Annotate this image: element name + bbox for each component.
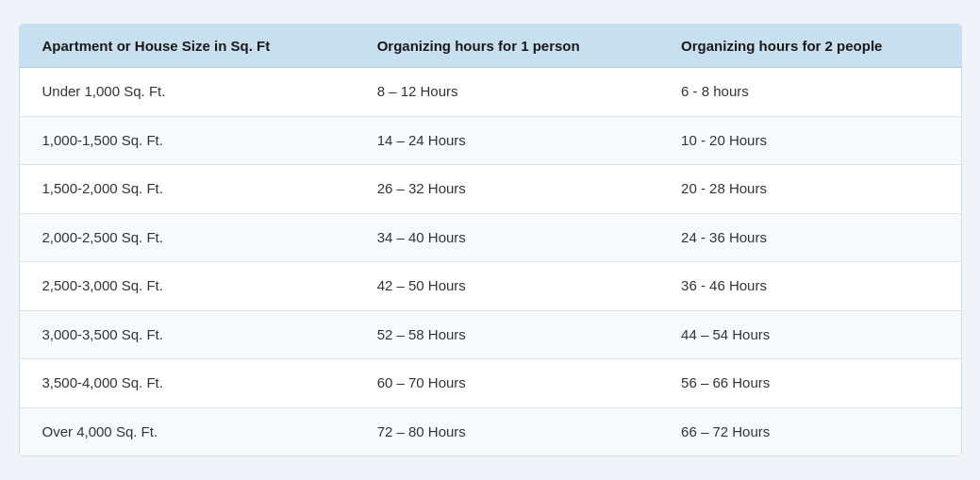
cell-hours-2people: 66 – 72 Hours xyxy=(658,407,960,455)
table-row: 3,000-3,500 Sq. Ft.52 – 58 Hours44 – 54 … xyxy=(20,310,961,359)
cell-size: 1,500-2,000 Sq. Ft. xyxy=(20,165,355,214)
cell-hours-2people: 24 - 36 Hours xyxy=(658,213,960,262)
column-header-size: Apartment or House Size in Sq. Ft xyxy=(20,25,355,68)
cell-hours-2people: 44 – 54 Hours xyxy=(658,310,960,359)
main-table-container: Apartment or House Size in Sq. Ft Organi… xyxy=(19,24,962,456)
cell-hours-2people: 20 - 28 Hours xyxy=(658,165,960,214)
table-row: Under 1,000 Sq. Ft.8 – 12 Hours6 - 8 hou… xyxy=(20,68,961,117)
cell-hours-2people: 6 - 8 hours xyxy=(658,68,960,117)
table-row: 1,000-1,500 Sq. Ft.14 – 24 Hours10 - 20 … xyxy=(20,116,961,165)
cell-hours-2people: 36 - 46 Hours xyxy=(658,262,960,311)
cell-size: 2,500-3,000 Sq. Ft. xyxy=(20,262,355,311)
cell-hours-1person: 72 – 80 Hours xyxy=(355,407,658,455)
table-row: 2,000-2,500 Sq. Ft.34 – 40 Hours24 - 36 … xyxy=(20,213,961,262)
cell-hours-1person: 52 – 58 Hours xyxy=(355,310,658,359)
table-header-row: Apartment or House Size in Sq. Ft Organi… xyxy=(20,25,961,68)
cell-size: 3,500-4,000 Sq. Ft. xyxy=(20,359,355,408)
table-row: Over 4,000 Sq. Ft.72 – 80 Hours66 – 72 H… xyxy=(20,407,961,455)
table-row: 1,500-2,000 Sq. Ft.26 – 32 Hours20 - 28 … xyxy=(20,165,961,214)
cell-hours-2people: 10 - 20 Hours xyxy=(658,116,960,165)
cell-size: 1,000-1,500 Sq. Ft. xyxy=(20,116,355,165)
cell-hours-1person: 8 – 12 Hours xyxy=(355,68,658,117)
cell-size: Over 4,000 Sq. Ft. xyxy=(20,407,355,455)
cell-hours-1person: 60 – 70 Hours xyxy=(355,359,658,408)
cell-hours-1person: 14 – 24 Hours xyxy=(355,116,658,165)
table-row: 2,500-3,000 Sq. Ft.42 – 50 Hours36 - 46 … xyxy=(20,262,961,311)
column-header-hours1: Organizing hours for 1 person xyxy=(355,25,658,68)
cell-hours-2people: 56 – 66 Hours xyxy=(658,359,960,408)
cell-size: Under 1,000 Sq. Ft. xyxy=(20,68,355,117)
cell-size: 2,000-2,500 Sq. Ft. xyxy=(20,213,355,262)
cell-hours-1person: 42 – 50 Hours xyxy=(355,262,658,311)
organizing-hours-table: Apartment or House Size in Sq. Ft Organi… xyxy=(20,25,961,455)
column-header-hours2: Organizing hours for 2 people xyxy=(658,25,960,68)
cell-hours-1person: 34 – 40 Hours xyxy=(355,213,658,262)
table-row: 3,500-4,000 Sq. Ft.60 – 70 Hours56 – 66 … xyxy=(20,359,961,408)
cell-hours-1person: 26 – 32 Hours xyxy=(355,165,658,214)
cell-size: 3,000-3,500 Sq. Ft. xyxy=(20,310,355,359)
